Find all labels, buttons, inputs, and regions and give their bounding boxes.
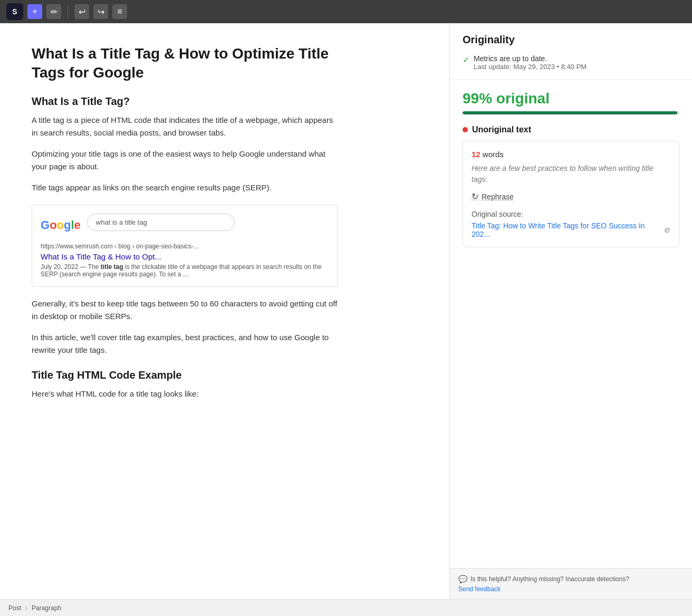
source-link-text: Title Tag: How to Write Title Tags for S… bbox=[472, 222, 661, 238]
check-icon: ✓ bbox=[463, 55, 469, 65]
unoriginal-card: 12 words Here are a few best practices t… bbox=[463, 141, 679, 247]
search-bar-mock: what is a title tag bbox=[87, 214, 235, 231]
editor-panel: What Is a Title Tag & How to Optimize Ti… bbox=[0, 23, 449, 599]
word-count-number: 12 bbox=[472, 150, 480, 159]
bottom-bar: Post › Paragraph bbox=[0, 599, 692, 616]
paragraph-5: In this article, we'll cover title tag e… bbox=[32, 331, 338, 357]
rephrase-icon: ↻ bbox=[472, 191, 478, 201]
top-bar: S + ✏ ↩ ↪ ≡ bbox=[0, 0, 692, 23]
edit-button[interactable]: ✏ bbox=[46, 4, 61, 19]
red-dot-icon bbox=[463, 127, 468, 132]
search-result-url: https://www.semrush.com › blog › on-page… bbox=[41, 243, 329, 250]
breadcrumb-post: Post bbox=[8, 604, 21, 612]
editor-content: What Is a Title Tag & How to Optimize Ti… bbox=[0, 23, 369, 430]
paragraph-3: Title tags appear as links on the search… bbox=[32, 181, 338, 194]
paragraph-6: Here's what HTML code for a title tag lo… bbox=[32, 388, 338, 400]
feedback-chat-icon: 💬 bbox=[458, 575, 467, 583]
unoriginal-title: Unoriginal text bbox=[472, 125, 531, 134]
rephrase-button[interactable]: ↻ Rephrase bbox=[472, 191, 514, 201]
feedback-prompt: Is this helpful? Anything missing? Inacc… bbox=[470, 575, 629, 583]
word-count: 12 words bbox=[472, 150, 670, 159]
redo-button[interactable]: ↪ bbox=[93, 4, 108, 19]
search-image-box: Google what is a title tag https://www.s… bbox=[32, 205, 338, 287]
progress-bar-track bbox=[463, 111, 679, 114]
search-result-snippet: July 20, 2022 — The title tag is the cli… bbox=[41, 263, 329, 278]
word-count-label: words bbox=[483, 150, 504, 159]
originality-header: Originality ✓ Metrics are up to date. La… bbox=[450, 23, 692, 80]
paragraph-4: Generally, it's best to keep title tags … bbox=[32, 297, 338, 323]
progress-bar-fill bbox=[463, 111, 677, 114]
seo-right-panel: Semrush SEO Writing Assistant — you@your… bbox=[449, 23, 692, 599]
rephrase-label: Rephrase bbox=[482, 192, 514, 201]
toolbar-separator bbox=[68, 5, 68, 18]
unoriginal-header: Unoriginal text bbox=[463, 125, 679, 134]
add-button[interactable]: + bbox=[27, 4, 42, 19]
article-title: What Is a Title Tag & How to Optimize Ti… bbox=[32, 44, 338, 83]
originality-title: Originality bbox=[463, 34, 679, 46]
main-area: What Is a Title Tag & How to Optimize Ti… bbox=[0, 23, 692, 599]
source-link[interactable]: Title Tag: How to Write Title Tags for S… bbox=[472, 222, 670, 238]
feedback-bar: 💬 Is this helpful? Anything missing? Ina… bbox=[450, 568, 692, 599]
app-logo: S bbox=[6, 3, 23, 20]
section-heading-2: Title Tag HTML Code Example bbox=[32, 369, 338, 381]
snippet-date: July 20, 2022 — The bbox=[41, 263, 101, 271]
original-source-label: Original source: bbox=[472, 210, 670, 218]
search-query: what is a title tag bbox=[96, 218, 147, 226]
metrics-main-text: Metrics are up to date. bbox=[474, 54, 587, 63]
list-button[interactable]: ≡ bbox=[112, 4, 127, 19]
paragraph-2: Optimizing your title tags is one of the… bbox=[32, 148, 338, 173]
metrics-sub-text: Last update: May 29, 2023 • 8:40 PM bbox=[474, 63, 587, 71]
feedback-row: 💬 Is this helpful? Anything missing? Ina… bbox=[458, 575, 684, 583]
metrics-text-block: Metrics are up to date. Last update: May… bbox=[474, 54, 587, 71]
search-result-title: What Is a Title Tag & How to Opt... bbox=[41, 252, 329, 261]
breadcrumb-separator-1: › bbox=[25, 604, 27, 612]
send-feedback-link[interactable]: Send feedback bbox=[458, 585, 501, 593]
undo-button[interactable]: ↩ bbox=[74, 4, 89, 19]
originality-overlay: Originality ✓ Metrics are up to date. La… bbox=[450, 23, 692, 599]
search-result: https://www.semrush.com › blog › on-page… bbox=[41, 243, 329, 278]
quote-text: Here are a few best practices to follow … bbox=[472, 163, 670, 185]
google-logo: Google bbox=[41, 218, 81, 232]
breadcrumb-paragraph: Paragraph bbox=[32, 604, 61, 612]
originality-body: 99% original Unoriginal text 12 words bbox=[450, 80, 692, 266]
external-link-icon: ⊘ bbox=[664, 226, 670, 234]
metrics-status-row: ✓ Metrics are up to date. Last update: M… bbox=[463, 54, 679, 71]
section-heading-1: What Is a Title Tag? bbox=[32, 95, 338, 108]
percent-label: 99% original bbox=[463, 90, 679, 107]
unoriginal-section: Unoriginal text 12 words Here are a few … bbox=[463, 125, 679, 247]
snippet-bold: title tag bbox=[101, 263, 123, 271]
paragraph-1: A title tag is a piece of HTML code that… bbox=[32, 114, 338, 139]
